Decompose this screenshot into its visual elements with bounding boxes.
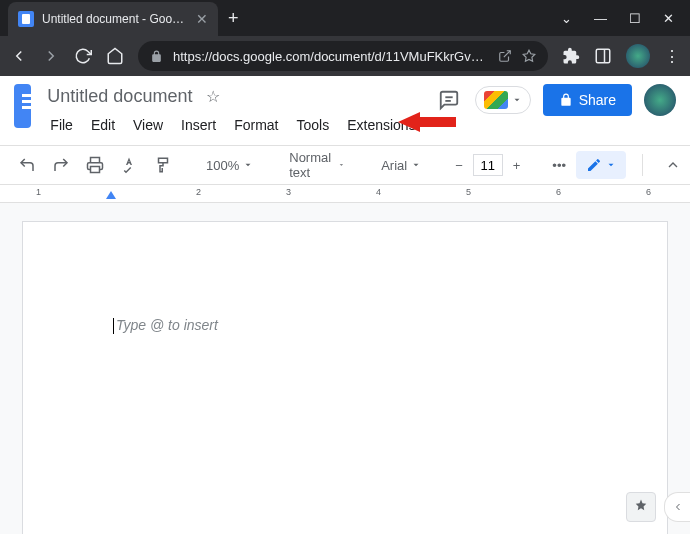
more-tools-button[interactable]: ••• (546, 154, 572, 177)
menu-insert[interactable]: Insert (174, 113, 223, 137)
svg-marker-8 (246, 164, 251, 167)
font-size-input[interactable] (473, 154, 503, 176)
redo-button[interactable] (46, 152, 76, 178)
menu-format[interactable]: Format (227, 113, 285, 137)
paint-format-button[interactable] (148, 152, 178, 178)
nav-forward-button[interactable] (42, 47, 60, 65)
font-combo[interactable]: Arial (373, 154, 429, 177)
ruler-tick: 4 (376, 187, 381, 197)
svg-rect-2 (596, 49, 610, 63)
docs-logo-icon[interactable] (14, 84, 31, 128)
window-dropdown-icon[interactable]: ⌄ (561, 11, 572, 26)
ruler-tick: 5 (466, 187, 471, 197)
panels-icon[interactable] (594, 47, 612, 65)
zoom-combo[interactable]: 100% (198, 154, 261, 177)
nav-back-button[interactable] (10, 47, 28, 65)
explore-button[interactable] (626, 492, 656, 522)
docs-header: Untitled document ☆ File Edit View Inser… (0, 76, 690, 137)
menu-extensions[interactable]: Extensions (340, 113, 422, 137)
editing-mode-button[interactable] (576, 151, 626, 179)
text-cursor (113, 318, 114, 334)
svg-marker-9 (340, 164, 343, 166)
tab-title: Untitled document - Google Docs (42, 12, 188, 26)
comments-button[interactable] (435, 86, 463, 114)
nav-reload-button[interactable] (74, 47, 92, 65)
side-panel-toggle[interactable] (664, 492, 690, 522)
separator (642, 154, 643, 176)
undo-button[interactable] (12, 152, 42, 178)
chevron-down-icon (243, 160, 253, 170)
chevron-down-icon (512, 95, 522, 105)
docs-favicon (18, 11, 34, 27)
share-label: Share (579, 92, 616, 108)
nav-home-button[interactable] (106, 47, 124, 65)
window-controls: ⌄ ― ☐ ✕ (561, 11, 690, 26)
spellcheck-button[interactable] (114, 152, 144, 178)
browser-tab[interactable]: Untitled document - Google Docs ✕ (8, 2, 218, 36)
workspace: Type @ to insert (0, 203, 690, 534)
toolbar: 100% Normal text Arial − + ••• (0, 145, 690, 185)
menu-bar: File Edit View Insert Format Tools Exten… (43, 113, 422, 137)
style-value: Normal text (289, 150, 334, 180)
style-combo[interactable]: Normal text (281, 146, 353, 184)
window-close-button[interactable]: ✕ (663, 11, 674, 26)
ruler-tick: 6 (646, 187, 651, 197)
lock-icon (559, 93, 573, 107)
chevron-down-icon (338, 160, 345, 170)
browser-address-bar: https://docs.google.com/document/d/11VMu… (0, 36, 690, 76)
menu-file[interactable]: File (43, 113, 80, 137)
chevron-down-icon (411, 160, 421, 170)
indent-marker-icon[interactable] (106, 191, 116, 199)
font-size-increase[interactable]: + (507, 154, 527, 177)
chevron-down-icon (606, 160, 616, 170)
meet-button[interactable] (475, 86, 531, 114)
svg-marker-1 (523, 50, 535, 61)
document-page[interactable]: Type @ to insert (22, 221, 668, 534)
tab-close-button[interactable]: ✕ (196, 11, 208, 27)
svg-marker-10 (414, 164, 419, 167)
ruler-tick: 1 (36, 187, 41, 197)
browser-titlebar: Untitled document - Google Docs ✕ + ⌄ ― … (0, 0, 690, 36)
browser-menu-button[interactable]: ⋮ (664, 47, 680, 66)
new-tab-button[interactable]: + (228, 8, 239, 29)
meet-icon (484, 91, 508, 109)
menu-tools[interactable]: Tools (289, 113, 336, 137)
svg-line-0 (504, 51, 510, 57)
font-size-decrease[interactable]: − (449, 154, 469, 177)
ruler-tick: 6 (556, 187, 561, 197)
print-button[interactable] (80, 152, 110, 178)
url-input[interactable]: https://docs.google.com/document/d/11VMu… (138, 41, 548, 71)
document-placeholder: Type @ to insert (116, 317, 218, 333)
share-button[interactable]: Share (543, 84, 632, 116)
zoom-value: 100% (206, 158, 239, 173)
menu-view[interactable]: View (126, 113, 170, 137)
svg-marker-11 (609, 164, 614, 167)
menu-edit[interactable]: Edit (84, 113, 122, 137)
user-avatar[interactable] (644, 84, 676, 116)
ruler[interactable]: 1 2 3 4 5 6 6 (0, 185, 690, 203)
bookmark-star-icon[interactable] (522, 49, 536, 63)
lock-icon (150, 50, 163, 63)
window-maximize-button[interactable]: ☐ (629, 11, 641, 26)
document-title-input[interactable]: Untitled document (43, 84, 196, 109)
star-button[interactable]: ☆ (206, 87, 220, 106)
share-url-icon[interactable] (498, 49, 512, 63)
font-value: Arial (381, 158, 407, 173)
ruler-tick: 2 (196, 187, 201, 197)
collapse-toolbar-button[interactable] (659, 153, 687, 177)
extensions-puzzle-icon[interactable] (562, 47, 580, 65)
browser-profile-avatar[interactable] (626, 44, 650, 68)
pencil-icon (586, 157, 602, 173)
svg-marker-6 (514, 99, 519, 102)
url-text: https://docs.google.com/document/d/11VMu… (173, 49, 488, 64)
window-minimize-button[interactable]: ― (594, 11, 607, 26)
ruler-tick: 3 (286, 187, 291, 197)
svg-rect-7 (91, 167, 100, 173)
